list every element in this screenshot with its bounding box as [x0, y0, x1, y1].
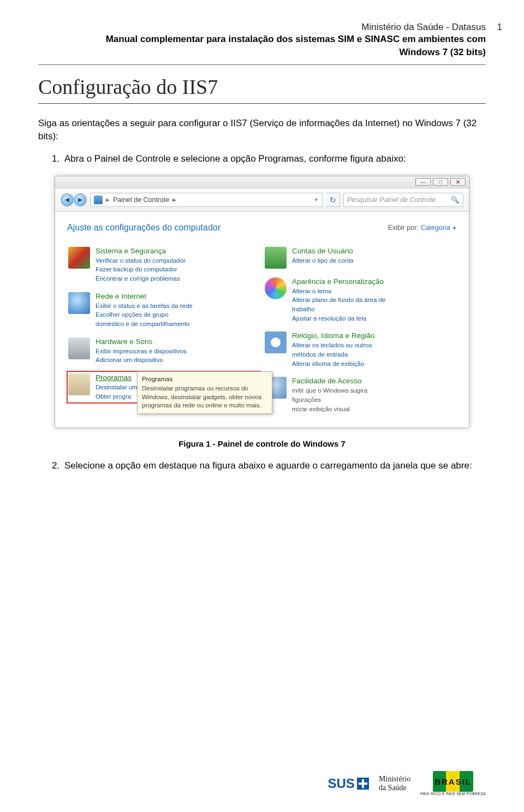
category-sub[interactable]: Encontrar e corrigir problemas: [96, 274, 186, 283]
close-button[interactable]: [450, 178, 466, 186]
category-hardware-sound[interactable]: Hardware e Sons Exibir impressoras e dis…: [67, 335, 260, 367]
search-input[interactable]: Pesquisar Painel de Controle 🔍: [343, 193, 463, 207]
control-panel-window: ◄ ► ▶ Painel de Controle ▶ ▼ ↻ Pesquisar…: [55, 176, 469, 429]
cp-heading: Ajuste as configurações do computador: [67, 223, 221, 233]
ms-line2: da Saúde: [379, 784, 410, 792]
chevron-down-icon[interactable]: ▼: [314, 197, 319, 203]
control-panel-body: Ajuste as configurações do computador Ex…: [55, 212, 469, 428]
chevron-down-icon: ▼: [452, 226, 457, 231]
step-list-2: Selecione a opção em destaque na figura …: [38, 459, 486, 473]
category-user-accounts[interactable]: Contas de Usuário Alterar o tipo de cont…: [264, 245, 457, 271]
back-button[interactable]: ◄: [61, 193, 74, 206]
intro-paragraph: Siga as orientações a seguir para config…: [38, 117, 486, 144]
forward-button[interactable]: ►: [74, 193, 87, 206]
step-1: Abra o Painel de Controle e selecione a …: [62, 152, 486, 166]
brasil-slogan: PAÍS RICO É PAÍS SEM POBREZA: [420, 792, 486, 796]
maximize-button[interactable]: [433, 178, 448, 186]
category-sub[interactable]: Alterar o tipo de conta: [292, 256, 354, 265]
category-title: Facilidade de Acesso: [292, 377, 367, 385]
category-title: Relógio, Idioma e Região: [292, 331, 375, 340]
category-sub[interactable]: Alterar os teclados ou outros: [292, 341, 375, 350]
search-placeholder: Pesquisar Painel de Controle: [347, 196, 436, 204]
header-manual-line1: Manual complementar para instalação dos …: [38, 33, 486, 46]
printer-icon: [68, 337, 90, 359]
header-manual-line2: Windows 7 (32 bits): [38, 46, 486, 59]
category-sub[interactable]: Exibir o status e as tarefas da rede: [96, 301, 193, 311]
header-separator: [38, 64, 486, 65]
page-number: 1: [497, 22, 502, 33]
header-ministerio: Ministério da Saúde - Datasus: [361, 22, 486, 32]
figure-caption: Figura 1 - Painel de controle do Windows…: [38, 439, 486, 448]
category-title: Rede e Internet: [96, 292, 193, 300]
window-titlebar: [55, 176, 469, 188]
category-sub[interactable]: doméstico e de compartilhamento: [96, 319, 193, 329]
category-sub[interactable]: Alterar idioma de exibição: [292, 359, 375, 369]
page-header: Ministério da Saúde - Datasus 1 Manual c…: [38, 22, 486, 59]
category-ease-of-access[interactable]: Facilidade de Acesso mitir que o Windows…: [264, 375, 457, 416]
programs-tooltip: Programas Desinstalar programas ou recur…: [137, 371, 272, 414]
title-underline: [38, 103, 486, 104]
explorer-toolbar: ◄ ► ▶ Painel de Controle ▶ ▼ ↻ Pesquisar…: [55, 188, 469, 212]
category-clock-language[interactable]: Relógio, Idioma e Região Alterar os tecl…: [264, 329, 457, 370]
breadcrumb-bar[interactable]: ▶ Painel de Controle ▶ ▼: [90, 193, 323, 207]
shield-icon: [68, 247, 90, 269]
category-sub[interactable]: Alterar o tema: [292, 287, 385, 296]
chevron-right-icon: ▶: [106, 197, 110, 203]
users-icon: [265, 247, 287, 269]
category-sub: figurações: [292, 395, 367, 405]
plus-icon: [357, 778, 369, 790]
palette-icon: [265, 277, 287, 299]
category-appearance[interactable]: Aparência e Personalização Alterar o tem…: [264, 275, 457, 325]
category-sub: mizar exibição visual: [292, 405, 367, 414]
category-sub[interactable]: Fazer backup do computador: [96, 265, 186, 274]
clock-icon: [265, 331, 287, 353]
control-panel-icon: [94, 195, 103, 204]
tooltip-title: Programas: [142, 375, 267, 384]
category-title: Sistema e Segurança: [96, 247, 186, 255]
step-2: Selecione a opção em destaque na figura …: [62, 459, 486, 473]
viewby-value: Categoria: [420, 224, 450, 232]
category-sub[interactable]: Exibir impressoras e dispositivos: [96, 347, 187, 356]
box-icon: [68, 374, 90, 395]
minimize-button[interactable]: [415, 178, 431, 186]
brasil-gov-logo: BRASIL PAÍS RICO É PAÍS SEM POBREZA: [420, 771, 486, 796]
ms-line1: Ministério: [379, 775, 410, 783]
viewby-label: Exibir por:: [388, 224, 419, 232]
category-sub[interactable]: Escolher opções de grupo: [96, 310, 193, 319]
category-sub[interactable]: Alterar plano de fundo da área de: [292, 295, 385, 305]
ministerio-saude-logo: Ministério da Saúde: [379, 775, 410, 792]
sus-text: SUS: [328, 776, 355, 791]
category-sub[interactable]: Verificar o status do computador: [96, 256, 186, 265]
category-col-right: Contas de Usuário Alterar o tipo de cont…: [264, 245, 457, 416]
breadcrumb-text: Painel de Controle: [113, 196, 169, 204]
category-sub[interactable]: métodos de entrada: [292, 350, 375, 359]
nav-buttons: ◄ ►: [61, 193, 87, 206]
step-list: Abra o Painel de Controle e selecione a …: [38, 152, 486, 166]
category-sub: mitir que o Windows sugira: [292, 386, 367, 395]
header-ministerio-line: Ministério da Saúde - Datasus 1: [38, 22, 486, 33]
chevron-right-icon: ▶: [172, 197, 176, 203]
page-title: Configuração do IIS7: [38, 75, 486, 99]
globe-icon: [68, 292, 90, 314]
category-sub[interactable]: Adicionar um dispositivo: [96, 355, 187, 365]
category-title: Aparência e Personalização: [292, 277, 385, 286]
category-system-security[interactable]: Sistema e Segurança Verificar o status d…: [67, 245, 260, 286]
brasil-flag-icon: BRASIL: [433, 771, 473, 792]
category-sub[interactable]: trabalho: [292, 305, 385, 314]
sus-logo: SUS: [328, 776, 369, 791]
view-by[interactable]: Exibir por: Categoria ▼: [388, 224, 457, 232]
brasil-text: BRASIL: [434, 777, 472, 786]
refresh-button[interactable]: ↻: [326, 193, 340, 207]
tooltip-body: Desinstalar programas ou recursos do Win…: [142, 384, 267, 410]
search-icon: 🔍: [451, 195, 460, 204]
footer-logos: SUS Ministério da Saúde BRASIL PAÍS RICO…: [328, 771, 486, 796]
category-title: Contas de Usuário: [292, 247, 354, 255]
category-sub[interactable]: Ajustar a resolução da tela: [292, 314, 385, 323]
category-title: Hardware e Sons: [96, 337, 187, 346]
category-network-internet[interactable]: Rede e Internet Exibir o status e as tar…: [67, 290, 260, 331]
